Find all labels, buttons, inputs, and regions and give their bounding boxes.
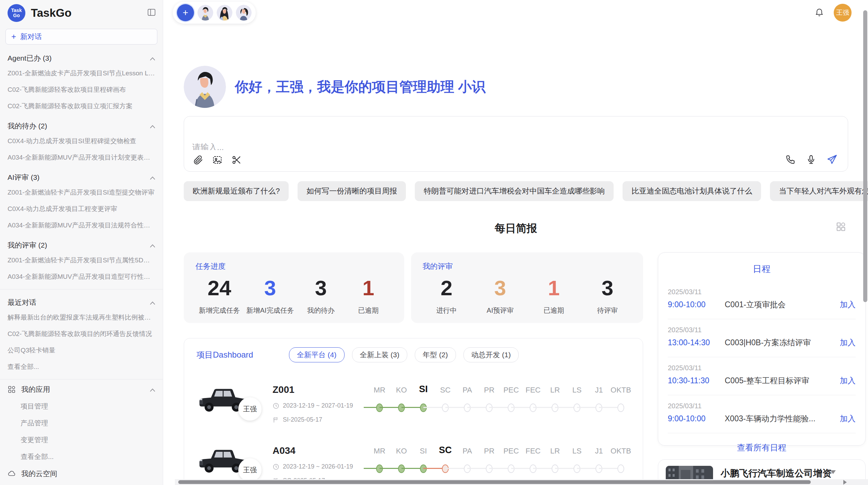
milestone: SI [412,447,434,484]
add-assistant-button[interactable]: + [177,4,194,21]
recent-chats-view-all[interactable]: 查看全部... [0,359,163,375]
paperclip-icon[interactable] [193,155,203,165]
app-item-project-mgmt[interactable]: 项目管理 [0,398,163,415]
suggestion-chip[interactable]: 如何写一份清晰的项目周报 [298,181,406,201]
section-header-agent-done[interactable]: Agent已办 (3) [0,47,163,65]
suggestion-chips: 欧洲新规最近颁布了什么? 如何写一份清晰的项目周报 特朗普可能对进口汽车增税会对… [184,181,848,201]
scroll-down-arrow-icon[interactable] [830,470,836,474]
sidebar-task-item[interactable]: C0X4-动力总成开发项目工程变更评审 [0,201,163,217]
milestone: LR [544,447,566,484]
schedule-item[interactable]: 2025/03/11 13:00-14:30 C003|H0B-方案冻结评审 加… [668,323,856,353]
schedule-card: 日程 2025/03/11 9:00-10:00 C001-立项审批会 加入 [658,252,866,446]
send-icon[interactable] [827,154,837,165]
sidebar-task-item[interactable]: Z001-全新燃油轻卡产品开发项目SI造型提交物评审 [0,184,163,201]
user-avatar[interactable]: 王强 [834,4,852,22]
sidebar-collapse-icon[interactable] [147,8,156,18]
suggestion-chip[interactable]: 欧洲新规最近颁布了什么? [184,181,289,201]
input-actions [785,154,837,165]
dashboard-title: 项目Dashboard [196,349,275,360]
scissors-icon[interactable] [231,155,242,165]
scroll-right-arrow-icon[interactable] [843,480,847,485]
suggestion-chip[interactable]: 特朗普可能对进口汽车增税会对中国车企造成哪些影响 [415,181,614,201]
assistant-avatar-1[interactable] [197,5,213,21]
suggestion-chip[interactable]: 比亚迪全固态电池计划具体说了什么 [623,181,761,201]
sidebar-item-my-apps[interactable]: 我的应用 [0,381,163,398]
milestone: SC [434,447,456,484]
schedule-item[interactable]: 2025/03/11 10:30-11:30 C005-整车工程目标评审 加入 [668,361,856,391]
assistant-avatar-2[interactable] [217,5,232,21]
assistant-switcher: + [173,2,256,24]
sidebar-task-item[interactable]: A034-全新新能源MUV产品开发项目造型可行性评审 [0,269,163,285]
logo-text-top: Task [11,8,22,13]
new-chat-button[interactable]: + 新对话 [5,29,157,45]
recent-chat-item[interactable]: 公司Q3轻卡销量 [0,342,163,359]
sidebar-task-item[interactable]: C02-飞腾新能源轻客改款项目立项汇报方案 [0,98,163,114]
join-meeting-link[interactable]: 加入 [840,337,856,348]
view-all-schedule-link[interactable]: 查看所有日程 [668,442,856,453]
horizontal-scrollbar[interactable] [175,479,868,485]
schedule-list: 2025/03/11 9:00-10:00 C001-立项审批会 加入 2025… [668,285,856,433]
sidebar-task-item[interactable]: Z001-全新燃油皮卡产品开发项目SI节点Lesson Learn报告 [0,65,163,82]
sidebar-task-item[interactable]: C02-飞腾新能源轻客改款项目里程碑画布 [0,82,163,98]
join-meeting-link[interactable]: 加入 [840,413,856,424]
stat-review-overdue: 1 已逾期 [533,276,574,315]
section-header-recent-chats[interactable]: 最近对话 [0,291,163,309]
clock-icon [273,402,279,409]
sidebar-item-favorites[interactable]: 我的收藏 [0,482,163,485]
schedule-time: 9:00-10:00 [668,414,725,423]
apps-view-all[interactable]: 查看全部... [0,448,163,465]
milestone-label: PEC [500,386,522,395]
suggestion-chip[interactable]: 当下年轻人对汽车外观有怎样的喜好趋势 [770,181,868,201]
chat-input[interactable] [192,123,646,150]
section-header-ai-review[interactable]: AI评审 (3) [0,166,163,184]
project-info: Z001 2023-12-19 ~ 2027-01-19 SI-2025-05-… [273,382,369,423]
milestone: J1 [588,447,610,484]
project-image: 王强 [195,443,273,477]
project-image: 王强 [195,382,273,416]
milestone-label: KO [390,386,412,395]
schedule-event-name: C001-立项审批会 [725,299,836,310]
project-info: A034 2023-12-19 ~ 2026-01-19 SC-2025-05-… [273,443,369,484]
join-meeting-link[interactable]: 加入 [840,299,856,310]
notifications-bell-icon[interactable] [815,7,824,18]
vertical-scrollbar[interactable] [863,0,867,485]
section-header-my-todo[interactable]: 我的待办 (2) [0,114,163,133]
milestone-label: J1 [588,386,610,395]
horizontal-scrollbar-thumb[interactable] [178,480,811,484]
sidebar-item-cloud-space[interactable]: 我的云空间 [0,465,163,482]
section-header-my-review[interactable]: 我的评审 (2) [0,234,163,252]
microphone-icon[interactable] [806,154,816,165]
assistant-avatar-3[interactable] [236,5,252,21]
schedule-item[interactable]: 2025/03/11 9:00-10:00 X003-车辆动力学性能验... 加… [668,399,856,429]
tab-year-model[interactable]: 年型 (2) [415,347,456,362]
tab-new-platform[interactable]: 全新平台 (4) [289,347,345,362]
sidebar-task-item[interactable]: A034-全新新能源MUV产品开发项目计划变更表编写 [0,149,163,166]
project-name: A034 [273,445,369,456]
project-row-z001[interactable]: 王强 Z001 2023-12-19 ~ 2027-01-19 [195,382,632,423]
phone-icon[interactable] [785,154,796,165]
divider [668,395,856,395]
milestone: MR [369,386,390,423]
milestone: PA [456,447,478,484]
milestone-label: OKTB [610,447,632,456]
vertical-scrollbar-thumb[interactable] [863,10,867,302]
tab-powertrain[interactable]: 动总开发 (1) [463,347,519,362]
sidebar-task-item[interactable]: C0X4-动力总成开发项目SI里程碑提交物检查 [0,133,163,149]
image-icon[interactable] [212,155,222,165]
sidebar-task-item[interactable]: Z001-全新燃油轻卡产品开发项目SI节点属性5D文件评审 [0,252,163,269]
recent-chat-item[interactable]: C02-飞腾新能源轻客改款项目的闭环通告反馈情况 [0,326,163,342]
sidebar-task-item[interactable]: A034-全新新能源MUV产品开发项目法规符合性评审 [0,217,163,234]
milestone-label: PR [478,447,500,456]
chevron-up-icon [150,298,155,307]
tab-new-body[interactable]: 全新上装 (3) [352,347,408,362]
layout-grid-icon[interactable] [836,222,846,233]
app-window: Task Go TaskGo + 新对话 Agent已办 (3) Z001-全新… [0,0,868,485]
app-item-change-mgmt[interactable]: 变更管理 [0,432,163,448]
project-row-a034[interactable]: 王强 A034 2023-12-19 ~ 2026-01-19 [195,443,632,484]
schedule-item[interactable]: 2025/03/11 9:00-10:00 C001-立项审批会 加入 [668,285,856,315]
project-name: Z001 [273,384,369,395]
join-meeting-link[interactable]: 加入 [840,375,856,386]
app-item-product-mgmt[interactable]: 产品管理 [0,415,163,432]
milestone-label: MR [369,447,390,456]
recent-chat-item[interactable]: 解释最新出台的欧盟报废车法规再生塑料比例被调至15%... [0,309,163,326]
